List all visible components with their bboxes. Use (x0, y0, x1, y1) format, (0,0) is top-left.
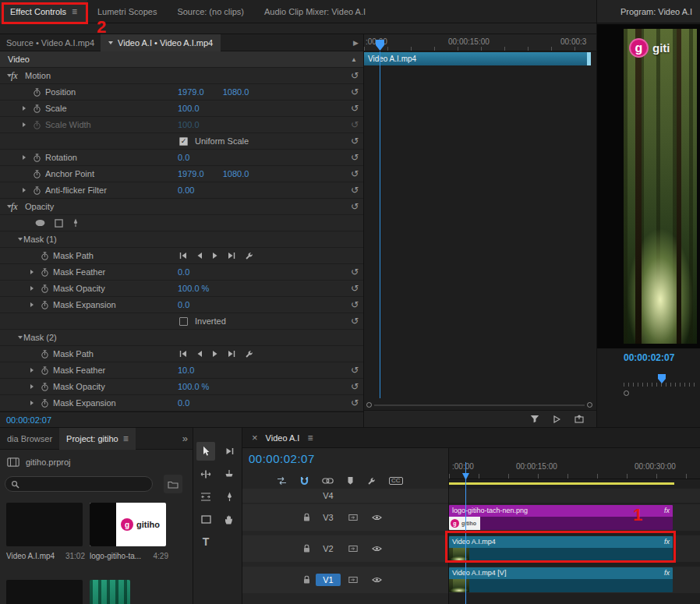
track-label[interactable]: V2 (316, 544, 341, 553)
twirl-icon[interactable] (30, 401, 34, 405)
search-input[interactable] (23, 479, 147, 489)
ellipse-mask-icon[interactable] (34, 219, 46, 227)
step-forward-icon[interactable] (212, 252, 218, 260)
source-clip-label[interactable]: Source • Video A.I.mp4 (0, 38, 101, 48)
effect-row-mask-feather[interactable]: Mask Feather0.0↺ (0, 264, 363, 281)
clip-video-a-i-mp4-v[interactable]: Video A.I.mp4 [V]fx (449, 567, 673, 592)
param-value[interactable]: 1979.0 (178, 169, 204, 178)
panel-menu-icon[interactable]: ≡ (307, 433, 313, 443)
twirl-icon[interactable] (23, 155, 26, 160)
razor-tool[interactable] (220, 464, 239, 483)
twirl-icon[interactable] (30, 368, 34, 373)
nest-icon[interactable] (277, 476, 287, 486)
param-value[interactable]: 100.0 (178, 104, 200, 113)
project-file-row[interactable]: gitiho.prproj (7, 457, 70, 467)
clip-bar[interactable]: Video A.I.mp4 (364, 52, 591, 65)
prev-keyframe-icon[interactable] (179, 252, 187, 260)
type-tool[interactable]: T (196, 532, 215, 551)
track-label[interactable]: V1 (316, 574, 341, 586)
twirl-icon[interactable] (18, 336, 23, 339)
step-forward-icon[interactable] (212, 350, 218, 358)
track-lane-v1[interactable]: Video A.I.mp4 [V]fx (449, 567, 700, 593)
effect-row-mask-2[interactable]: Mask (2) (0, 330, 363, 346)
sync-lock-icon[interactable] (348, 514, 358, 521)
stopwatch-icon[interactable] (30, 170, 44, 178)
rectangle-tool[interactable] (196, 510, 215, 528)
next-keyframe-icon[interactable] (228, 252, 235, 260)
bin-button[interactable] (164, 475, 182, 493)
selection-tool[interactable] (196, 442, 215, 461)
effect-row-mask-1[interactable]: Mask (1) (0, 231, 363, 248)
checkbox[interactable]: ✓ (179, 137, 188, 146)
effect-row-anchor-point[interactable]: Anchor Point1979.01080.0↺ (0, 166, 363, 182)
twirl-icon[interactable] (7, 74, 12, 77)
timeline-tab[interactable]: Video A.I (266, 433, 300, 443)
hand-tool[interactable] (220, 510, 239, 528)
effect-row-position[interactable]: Position1979.01080.0↺ (0, 84, 363, 101)
sync-lock-icon[interactable] (348, 545, 358, 553)
twirl-icon[interactable] (30, 270, 34, 274)
reset-icon[interactable]: ↺ (351, 381, 359, 392)
stopwatch-icon[interactable] (30, 88, 44, 97)
stopwatch-icon[interactable] (37, 366, 51, 375)
step-back-icon[interactable] (196, 252, 203, 260)
track-label[interactable]: V4 (316, 491, 341, 500)
tab-project-gitiho[interactable]: Project: gitiho≡ (59, 428, 136, 450)
settings-wrench-icon[interactable] (367, 477, 376, 486)
twirl-icon[interactable] (18, 238, 23, 241)
param-value[interactable]: 0.0 (178, 398, 189, 408)
track-header-v2[interactable]: V2 (242, 535, 448, 562)
effect-row-mask-path[interactable]: Mask Path (0, 248, 363, 264)
thumbnail[interactable] (6, 503, 83, 546)
snap-icon[interactable] (300, 476, 309, 486)
param-value[interactable]: 0.0 (178, 153, 189, 162)
project-item[interactable] (6, 580, 85, 604)
horizontal-scrollbar[interactable] (366, 401, 592, 408)
reset-icon[interactable]: ↺ (351, 365, 359, 376)
timeline-ruler[interactable]: :00:0000:00:15:0000:00:30:00 (449, 457, 700, 479)
pen-tool[interactable] (220, 487, 239, 506)
stopwatch-icon[interactable] (30, 121, 44, 129)
fx-badge[interactable]: fx (664, 567, 670, 579)
lock-icon[interactable] (303, 514, 310, 522)
stopwatch-icon[interactable] (30, 104, 44, 113)
effect-row-scale[interactable]: Scale100.0↺ (0, 101, 363, 117)
reset-icon[interactable]: ↺ (351, 397, 359, 408)
param-value[interactable]: 100.0 % (178, 284, 209, 293)
reset-icon[interactable]: ↺ (351, 87, 359, 97)
effect-controls-timecode[interactable]: 00:00:02:07 (0, 411, 363, 427)
stopwatch-icon[interactable] (37, 383, 51, 391)
ripple-edit-tool[interactable] (196, 464, 215, 483)
reset-icon[interactable]: ↺ (351, 201, 359, 212)
track-select-forward-tool[interactable] (220, 442, 239, 461)
linked-selection-icon[interactable] (322, 478, 334, 484)
scroll-right-icon[interactable]: ▶ (348, 39, 363, 47)
prev-keyframe-icon[interactable] (179, 350, 187, 358)
effect-row-anti-flicker-filter[interactable]: Anti-flicker Filter0.00↺ (0, 182, 363, 199)
twirl-icon[interactable] (30, 384, 34, 389)
thumbnail[interactable] (90, 580, 130, 604)
thumbnail[interactable] (6, 580, 83, 604)
param-value[interactable]: 1080.0 (223, 169, 249, 178)
reset-icon[interactable]: ↺ (351, 283, 359, 294)
reset-icon[interactable]: ↺ (351, 299, 359, 310)
effect-row-mask-opacity[interactable]: Mask Opacity100.0 %↺ (0, 379, 363, 395)
track-header-v3[interactable]: V3 (242, 504, 448, 531)
rect-mask-icon[interactable] (55, 219, 63, 228)
scrollbar-track[interactable] (374, 404, 585, 406)
timeline-timecode[interactable]: 00:00:02:07 (249, 452, 315, 465)
stopwatch-icon[interactable] (37, 301, 51, 309)
captions-icon[interactable]: CC (389, 477, 403, 485)
mask-wrench-icon[interactable] (245, 252, 253, 260)
stopwatch-icon[interactable] (37, 350, 51, 359)
track-lane-v2[interactable]: Video A.I.mp4fx (449, 535, 700, 562)
program-timecode[interactable]: 00:00:02:07 (624, 352, 674, 363)
step-back-icon[interactable] (196, 350, 203, 358)
timeline-ruler[interactable]: :00:0000:00:15:0000:00:3 (364, 34, 596, 51)
param-value[interactable]: 10.0 (178, 366, 194, 375)
clip-video-a-i-mp4[interactable]: Video A.I.mp4fx (449, 536, 673, 561)
track-output-icon[interactable] (372, 577, 382, 584)
next-keyframe-icon[interactable] (228, 350, 235, 358)
effect-row-video[interactable]: Video▲ (0, 51, 363, 68)
program-scrubber[interactable] (624, 373, 697, 396)
